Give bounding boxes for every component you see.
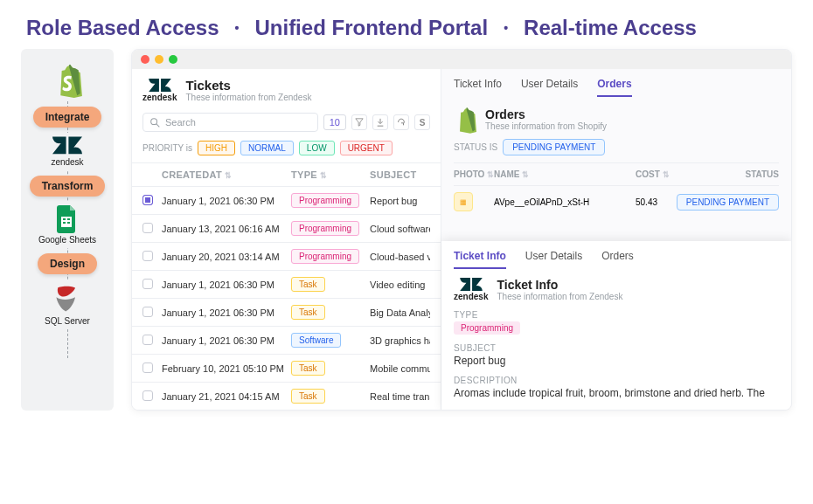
row-date: January 1, 2021 06:30 PM: [162, 280, 291, 290]
tab-user-details[interactable]: User Details: [521, 78, 578, 97]
tab-ticket-info[interactable]: Ticket Info: [454, 78, 502, 97]
row-checkbox[interactable]: [142, 279, 153, 289]
node-google-sheets: Google Sheets: [38, 202, 96, 248]
type-tag: Programming: [291, 221, 359, 236]
row-checkbox[interactable]: [142, 307, 153, 317]
download-button[interactable]: [372, 114, 388, 130]
description-value: Aromas include tropical fruit, broom, br…: [441, 387, 791, 403]
separator-dot: •: [504, 21, 508, 35]
zendesk-icon: [460, 278, 483, 292]
detail-panel: Ticket InfoUser DetailsOrders Orders The…: [441, 69, 791, 410]
window-maximize-icon[interactable]: [169, 55, 177, 64]
node-zendesk-label: zendesk: [51, 157, 83, 167]
row-checkbox[interactable]: [142, 362, 153, 373]
status-label: STATUS is: [454, 142, 497, 152]
col-createdat: CREATEDAT⇅: [162, 169, 291, 180]
table-row[interactable]: January 1, 2021 06:30 PMProgrammingRepor…: [132, 186, 441, 214]
window-minimize-icon[interactable]: [155, 55, 163, 64]
orders-title: Orders: [485, 107, 607, 121]
order-thumbnail: ▦: [454, 192, 473, 211]
tab-orders[interactable]: Orders: [597, 78, 631, 97]
col-subject[interactable]: SUBJECT: [370, 169, 430, 180]
priority-normal[interactable]: NORMAL: [240, 141, 294, 155]
sort-icon[interactable]: ⇅: [320, 171, 327, 180]
filter-icon: [355, 118, 364, 127]
zendesk-icon: [149, 79, 171, 93]
table-row[interactable]: February 10, 2021 05:10 PMTaskMobile com…: [132, 354, 441, 382]
sort-icon[interactable]: ⇅: [522, 170, 529, 179]
type-label: TYPE: [441, 305, 791, 321]
type-tag: Task: [291, 277, 325, 292]
google-sheets-icon: [57, 205, 78, 233]
refresh-button[interactable]: [393, 114, 409, 130]
type-tag: Task: [291, 305, 325, 320]
table-row[interactable]: January 1, 2021 06:30 PMTaskVideo editin…: [132, 270, 441, 298]
col-type: TYPE⇅: [291, 169, 370, 180]
tickets-panel: zendesk Tickets These information from Z…: [132, 69, 441, 410]
zendesk-logo: zendesk: [454, 278, 488, 301]
node-shopify: [52, 61, 82, 101]
ticketinfo-subtitle: These information from Zendesk: [497, 292, 622, 301]
page-size[interactable]: 10: [323, 114, 346, 130]
row-checkbox[interactable]: [142, 335, 153, 345]
order-name: AVpe__eOilAPnD_xSt-H: [494, 197, 636, 207]
table-row[interactable]: January 21, 2021 04:15 AMTaskReal time t…: [132, 382, 441, 410]
status-filter[interactable]: PENDING PAYMENT: [503, 139, 605, 155]
row-checkbox[interactable]: [142, 390, 153, 401]
col-cost: COST⇅: [636, 169, 676, 179]
tickets-subtitle: These information from Zendesk: [185, 93, 311, 102]
tickets-title: Tickets: [185, 78, 311, 93]
row-date: January 1, 2021 06:30 PM: [162, 307, 291, 318]
app-window: zendesk Tickets These information from Z…: [131, 49, 792, 411]
priority-high[interactable]: HIGH: [198, 141, 235, 155]
tab-ticket-info[interactable]: Ticket Info: [454, 250, 506, 269]
row-date: January 13, 2021 06:16 AM: [162, 224, 291, 234]
headline-b: Unified Frontend Portal: [254, 16, 488, 40]
type-tag: Programming: [291, 193, 359, 208]
search-input[interactable]: Search: [142, 113, 318, 132]
svg-line-1: [156, 123, 159, 126]
tab-user-details[interactable]: User Details: [525, 250, 582, 269]
headline-a: Role Based Access: [26, 16, 219, 40]
shopify-icon: [52, 65, 82, 98]
filter-button[interactable]: [351, 114, 367, 130]
col-name: NAME⇅: [494, 169, 636, 179]
window-close-icon[interactable]: [141, 55, 149, 64]
row-subject: Real time trans: [370, 391, 430, 402]
download-icon: [376, 118, 385, 127]
tab-orders[interactable]: Orders: [601, 250, 634, 269]
row-date: January 20, 2021 03:14 AM: [162, 252, 291, 262]
sort-icon[interactable]: ⇅: [225, 171, 232, 180]
type-tag: Software: [291, 333, 341, 348]
row-checkbox[interactable]: [142, 223, 153, 233]
node-sql-server: SQL Server: [45, 280, 90, 329]
refresh-icon: [397, 118, 406, 127]
table-row[interactable]: January 1, 2021 06:30 PMSoftware3D graph…: [132, 326, 441, 354]
pill-integrate: Integrate: [33, 107, 102, 128]
settings-button[interactable]: S: [414, 114, 430, 130]
sort-icon[interactable]: ⇅: [663, 170, 670, 179]
description-label: DESCRIPTION: [441, 370, 791, 387]
row-checkbox[interactable]: [142, 251, 153, 261]
row-checkbox[interactable]: [142, 195, 153, 205]
row-subject: Mobile commu: [370, 363, 430, 374]
row-subject: Cloud software: [370, 224, 430, 234]
window-titlebar: [132, 50, 791, 69]
col-status[interactable]: STATUS: [676, 169, 779, 179]
table-row[interactable]: January 20, 2021 03:14 AMProgrammingClou…: [132, 242, 441, 270]
priority-label: PRIORITY is: [142, 143, 192, 153]
node-sql-label: SQL Server: [45, 316, 90, 326]
priority-low[interactable]: LOW: [299, 141, 335, 155]
tickets-table-header: CREATEDAT⇅ TYPE⇅ SUBJECT: [132, 162, 441, 186]
type-tag: Task: [291, 361, 325, 376]
priority-urgent[interactable]: URGENT: [340, 141, 393, 155]
type-tag: Task: [291, 389, 325, 404]
row-date: February 10, 2021 05:10 PM: [162, 363, 291, 374]
order-row[interactable]: ▦ AVpe__eOilAPnD_xSt-H 50.43 PENDING PAY…: [454, 185, 779, 217]
table-row[interactable]: January 13, 2021 06:16 AMProgrammingClou…: [132, 214, 441, 242]
row-subject: Report bug: [370, 196, 430, 206]
shopify-icon: [454, 107, 476, 134]
type-tag: Programming: [291, 249, 359, 264]
table-row[interactable]: January 1, 2021 06:30 PMTaskBig Data Ana…: [132, 298, 441, 326]
ticketinfo-title: Ticket Info: [497, 278, 622, 292]
